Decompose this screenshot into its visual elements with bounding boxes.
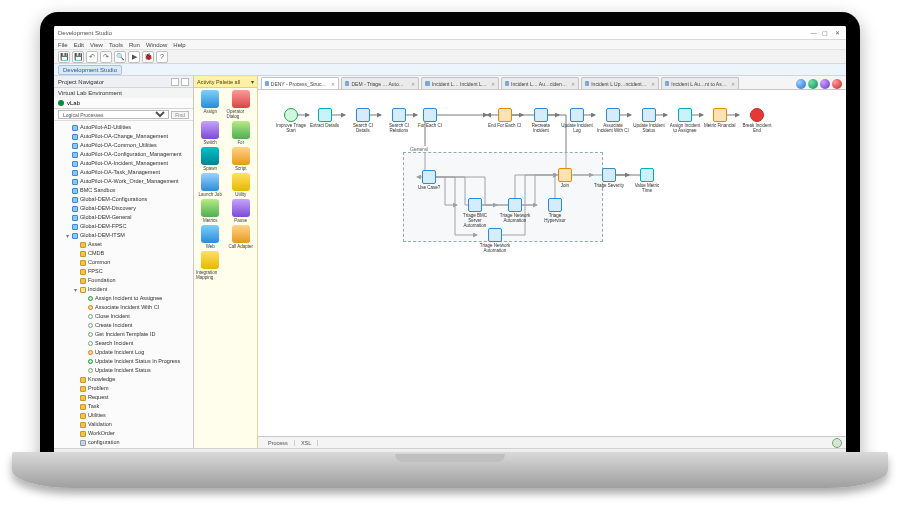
activity-node[interactable]: Use Case? (418, 170, 440, 190)
activity-node[interactable]: Triage Network Automation (478, 228, 512, 253)
activity-node[interactable]: Join (558, 168, 572, 188)
tree-node[interactable]: Global-DEM-Discovery (62, 204, 193, 213)
menu-file[interactable]: File (58, 42, 68, 48)
palette-item[interactable]: Assign (196, 90, 225, 119)
tree-node[interactable]: Update Incident Status In Progress (78, 357, 193, 366)
tree-node[interactable]: Problem (70, 384, 193, 393)
editor-tab[interactable]: Incident L Au…nt to Assignee✕ (661, 77, 739, 89)
tree-node[interactable]: AutoPilot-AD-Utilities (62, 123, 193, 132)
tree-node[interactable]: Update Incident Log (78, 348, 193, 357)
zoom-fit-icon[interactable] (832, 438, 842, 448)
red-icon[interactable] (832, 79, 842, 89)
save-all-button[interactable]: 💾 (72, 51, 84, 63)
tree-node[interactable]: Validation (70, 420, 193, 429)
run-button[interactable]: ▶ (128, 51, 140, 63)
activity-node[interactable]: Associate Incident With CI (596, 108, 630, 133)
palette-item[interactable]: Launch Job (196, 173, 225, 197)
perspective-button[interactable]: Development Studio (58, 65, 122, 75)
maximize-button[interactable]: ▢ (820, 29, 830, 36)
activity-node[interactable]: Value Metric Time (630, 168, 664, 193)
palette-item[interactable]: Operator Dialog (227, 90, 256, 119)
tree-node[interactable]: Global-DEM-General (62, 213, 193, 222)
menu-window[interactable]: Window (146, 42, 167, 48)
activity-node[interactable]: Triage Severity (594, 168, 624, 188)
tab-close-icon[interactable]: ✕ (571, 81, 575, 87)
editor-tab[interactable]: DENY - Process_Structure Event✕ (261, 77, 339, 89)
palette-item[interactable]: Web (196, 225, 225, 249)
menu-help[interactable]: Help (173, 42, 185, 48)
process-canvas[interactable]: GeneralImprove Triage StartExtract Detai… (258, 90, 846, 436)
environment-row[interactable]: vLab (54, 98, 193, 108)
palette-item[interactable]: Script (227, 147, 256, 171)
activity-node[interactable]: Search CI Details (346, 108, 380, 133)
palette-item[interactable]: Metrics (196, 199, 225, 223)
palette-item[interactable]: Call Adapter (227, 225, 256, 249)
palette-item[interactable]: Utility (227, 173, 256, 197)
tree-node[interactable]: AutoPilot-OA-Common_Utilities (62, 141, 193, 150)
tree-node[interactable]: Knowledge (70, 375, 193, 384)
palette-item[interactable]: Spawn (196, 147, 225, 171)
tree-node[interactable]: configuration (70, 438, 193, 447)
tree-node[interactable]: FPSC (70, 267, 193, 276)
editor-tab[interactable]: DEM - Triage … Automation✕ (341, 77, 419, 89)
tree-node[interactable]: AutoPilot-OA-Work_Order_Management (62, 177, 193, 186)
activity-node[interactable]: Triage BMC Server Automation (458, 198, 492, 228)
activity-node[interactable]: Triage Hypervisor (538, 198, 572, 223)
editor-tab[interactable]: Incident L… Incident Log✕ (421, 77, 499, 89)
tree-node[interactable]: Request (70, 393, 193, 402)
menu-view[interactable]: View (90, 42, 103, 48)
close-button[interactable]: ✕ (832, 29, 842, 36)
navigator-find-button[interactable]: Find (171, 111, 189, 119)
tab-close-icon[interactable]: ✕ (651, 81, 655, 87)
tree-node[interactable]: Update Incident Status (78, 366, 193, 375)
palette-collapse-icon[interactable]: ▾ (251, 78, 254, 85)
tree-node[interactable]: WorkOrder (70, 429, 193, 438)
canvas-footer-tab[interactable]: Process (262, 440, 295, 446)
activity-node[interactable]: Triage Network Automation (498, 198, 532, 223)
tab-close-icon[interactable]: ✕ (731, 81, 735, 87)
tree-node[interactable]: Assign Incident to Assignee (78, 294, 193, 303)
tree-node[interactable]: AutoPilot-OA-Incident_Management (62, 159, 193, 168)
tree-twisty-icon[interactable]: ▾ (64, 233, 70, 239)
activity-node[interactable]: Extract Details (310, 108, 339, 128)
activity-node[interactable]: Break Incident End (740, 108, 774, 133)
menu-edit[interactable]: Edit (74, 42, 84, 48)
tree-node[interactable]: Foundation (70, 276, 193, 285)
palette-item[interactable]: Pause (227, 199, 256, 223)
debug-button[interactable]: 🐞 (142, 51, 154, 63)
tree-node[interactable]: Global-DEM-Configurations (62, 195, 193, 204)
redo-button[interactable]: ↷ (100, 51, 112, 63)
tree-node[interactable]: CMDB (70, 249, 193, 258)
tree-node[interactable]: Get Incident Template ID (78, 330, 193, 339)
activity-node[interactable]: For Each CI (418, 108, 442, 128)
tree-node[interactable]: Global-DEM-FPSC (62, 222, 193, 231)
star-icon[interactable] (808, 79, 818, 89)
activity-node[interactable]: Assign Incident to Assignee (668, 108, 702, 133)
tree-node[interactable]: Create Incident (78, 321, 193, 330)
menu-tools[interactable]: Tools (109, 42, 123, 48)
tree-node[interactable]: Utilities (70, 411, 193, 420)
undo-button[interactable]: ↶ (86, 51, 98, 63)
editor-tab[interactable]: Incident L Up…ncident Status✕ (581, 77, 659, 89)
tree-node[interactable]: ▾Incident (70, 285, 193, 294)
search-button[interactable]: 🔍 (114, 51, 126, 63)
minimize-button[interactable]: — (809, 30, 819, 36)
tree-node[interactable]: Search Incident (78, 339, 193, 348)
activity-node[interactable]: Search CI Relations (382, 108, 416, 133)
project-tree[interactable]: AutoPilot-AD-UtilitiesAutoPilot-OA-Chang… (54, 121, 193, 448)
activity-node[interactable]: Update Incident Status (632, 108, 666, 133)
navigator-filter-select[interactable]: Logical Processes (58, 110, 169, 119)
tree-node[interactable]: AutoPilot-OA-Change_Management (62, 132, 193, 141)
help-button[interactable]: ? (156, 51, 168, 63)
canvas-footer-tab[interactable]: XSL (295, 440, 318, 446)
palette-item[interactable]: For (227, 121, 256, 145)
tree-node[interactable]: BMC Sandbox (62, 186, 193, 195)
tree-node[interactable]: AutoPilot-OA-Configuration_Management (62, 150, 193, 159)
tree-node[interactable]: Associate Incident With CI (78, 303, 193, 312)
tree-node[interactable]: AutoPilot-OA-Task_Management (62, 168, 193, 177)
tab-close-icon[interactable]: ✕ (411, 81, 415, 87)
menu-run[interactable]: Run (129, 42, 140, 48)
activity-node[interactable]: End For Each CI (488, 108, 521, 128)
tree-twisty-icon[interactable]: ▾ (72, 287, 78, 293)
world-icon[interactable] (796, 79, 806, 89)
